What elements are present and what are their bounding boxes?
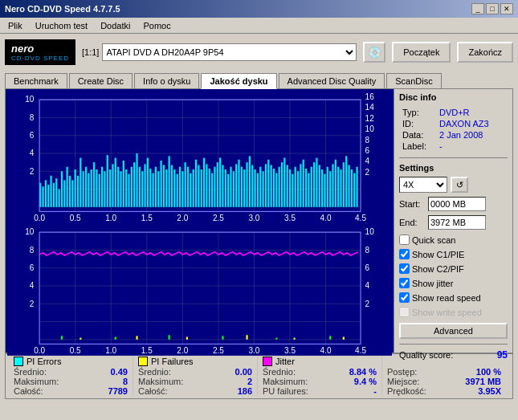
svg-rect-110 [230,167,231,207]
svg-rect-93 [185,162,186,207]
pu-failures: PU failures: - [263,386,377,396]
advanced-button[interactable]: Advanced [399,323,508,339]
svg-rect-113 [238,160,239,207]
svg-rect-154 [348,165,349,206]
svg-rect-63 [104,171,105,207]
show-c1-label: Show C1/PIE [412,250,464,259]
pi-errors-title: PI Errors [27,357,61,366]
close-button[interactable]: ✕ [500,3,513,14]
svg-rect-41 [45,180,47,206]
svg-rect-143 [319,165,320,206]
show-write-label: Show write speed [412,308,482,317]
svg-rect-146 [327,167,328,207]
menu-plik[interactable]: Plik [5,20,26,31]
maximize-button[interactable]: □ [486,3,499,14]
svg-rect-202 [115,336,116,339]
quick-scan-label: Quick scan [412,235,455,245]
miejsce-row: Miejsce: 3971 MB [387,377,501,386]
svg-text:8: 8 [30,113,35,122]
minimize-button[interactable]: _ [471,3,484,14]
divider2 [399,344,508,345]
svg-rect-85 [163,165,165,206]
svg-text:3.5: 3.5 [284,345,296,354]
svg-rect-67 [115,158,116,207]
show-c2-checkbox[interactable] [399,263,410,274]
menu-bar: Plik Uruchom test Dodatki Pomoc [0,18,518,34]
svg-rect-70 [123,161,124,207]
svg-rect-141 [313,162,315,207]
svg-text:4: 4 [365,157,370,165]
svg-rect-138 [305,169,307,207]
chart2-container: 10 8 6 4 2 10 8 6 4 2 0.0 0.5 1.0 1.5 2.… [7,223,392,356]
tab-benchmark[interactable]: Benchmark [5,73,67,89]
quality-label: Quality score: [399,350,453,360]
svg-text:8: 8 [365,246,370,255]
speed-select[interactable]: 4X Max 1X 2X 8X [399,177,447,193]
refresh-button[interactable]: ↺ [451,177,468,193]
svg-text:2.0: 2.0 [177,214,188,222]
svg-rect-45 [55,178,57,207]
show-read-checkbox[interactable] [399,292,410,303]
svg-rect-140 [311,167,312,207]
show-c2-label: Show C2/PIF [412,264,464,274]
svg-rect-125 [271,165,272,206]
show-write-row: Show write speed [399,307,508,317]
tabs-bar: Benchmark Create Disc Info o dysku Jakoś… [0,71,518,88]
svg-rect-74 [133,162,135,207]
start-input[interactable] [428,197,486,211]
menu-uruchom[interactable]: Uruchom test [32,20,91,31]
svg-rect-99 [201,169,202,207]
svg-rect-100 [203,158,205,207]
jitter-header: Jitter [263,357,377,366]
quality-score-row: Quality score: 95 [399,349,508,361]
menu-dodatki[interactable]: Dodatki [97,20,133,31]
svg-rect-72 [128,174,129,207]
svg-rect-109 [227,174,229,207]
svg-text:10: 10 [25,227,35,236]
tab-info[interactable]: Info o dysku [134,73,199,89]
svg-rect-132 [289,169,291,207]
start-row: Start: [399,197,508,211]
tab-scandisc[interactable]: ScanDisc [386,73,441,89]
drive-select[interactable]: ATAPI DVD A DH20A4P 9P54 [102,43,357,61]
svg-rect-130 [283,158,285,207]
tab-create-disc[interactable]: Create Disc [69,73,133,89]
svg-rect-48 [63,180,65,206]
end-input[interactable] [428,215,486,230]
svg-rect-83 [157,171,159,207]
svg-text:10: 10 [365,124,375,133]
show-jitter-checkbox[interactable] [399,278,410,288]
app-title: Nero CD-DVD Speed 4.7.7.5 [5,4,120,14]
svg-rect-127 [275,173,277,206]
svg-rect-88 [171,165,173,206]
svg-rect-105 [217,162,218,207]
pi-errors-header: PI Errors [14,357,128,366]
charts-area: 10 8 6 4 2 16 14 12 10 8 6 4 2 0.0 0.5 1… [6,89,394,353]
show-write-checkbox[interactable] [399,307,410,317]
svg-rect-44 [53,183,55,207]
end-button[interactable]: Zakończ [457,42,513,63]
jitter-max: Maksimum: 9.4 % [263,377,377,386]
svg-rect-53 [77,176,79,207]
tab-jakost[interactable]: Jakość dysku [201,73,276,89]
svg-text:2.0: 2.0 [177,345,188,354]
svg-text:8: 8 [30,246,35,255]
svg-text:0.5: 0.5 [70,214,81,222]
eject-button[interactable]: 💿 [363,42,385,63]
typ-label: Typ: [401,108,436,117]
svg-rect-136 [300,164,301,206]
svg-text:1.5: 1.5 [141,345,153,354]
drive-label: [1:1] [82,47,99,57]
svg-rect-120 [257,173,259,206]
show-c1-checkbox[interactable] [399,249,410,259]
progress-group: Postęp: 100 % Miejsce: 3971 MB Prędkość:… [382,357,506,396]
quick-scan-checkbox[interactable] [399,234,410,245]
svg-rect-144 [321,169,323,207]
pi-errors-max: Maksimum: 8 [14,377,128,386]
label-label: Label: [401,141,436,151]
menu-pomoc[interactable]: Pomoc [140,20,173,31]
tab-adv-disc[interactable]: Advanced Disc Quality [279,73,385,89]
svg-rect-62 [101,167,103,207]
svg-text:1.5: 1.5 [141,214,153,222]
start-button[interactable]: Początek [392,42,451,63]
